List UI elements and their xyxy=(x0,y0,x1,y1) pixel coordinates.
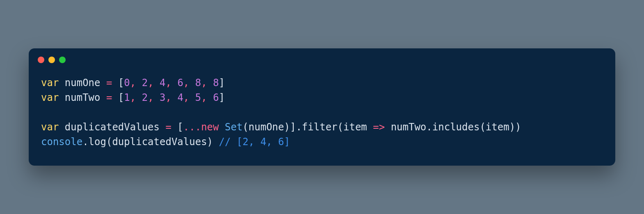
code-token xyxy=(160,121,165,133)
code-token: 8 xyxy=(213,77,219,89)
code-token: new xyxy=(201,121,219,133)
code-token: 4 xyxy=(160,77,165,89)
code-token: 6 xyxy=(177,77,183,89)
code-token: ) xyxy=(207,136,213,148)
code-token: 8 xyxy=(195,77,201,89)
code-token: , xyxy=(183,92,189,103)
code-block: var numOne = [0, 2, 4, 6, 8, 8]var numTw… xyxy=(29,67,615,166)
code-token: , xyxy=(148,77,153,89)
code-line: var duplicatedValues = [...new Set(numOn… xyxy=(41,120,603,134)
code-token: log xyxy=(89,136,106,148)
code-window: var numOne = [0, 2, 4, 6, 8, 8]var numTw… xyxy=(29,48,615,166)
code-token: ... xyxy=(183,121,201,133)
minimize-icon[interactable] xyxy=(48,57,55,63)
code-token xyxy=(100,92,106,103)
code-token: 1 xyxy=(124,92,130,103)
code-token xyxy=(136,92,142,103)
code-token: var xyxy=(41,77,59,89)
code-line: var numOne = [0, 2, 4, 6, 8, 8] xyxy=(41,75,603,90)
code-token: ) xyxy=(284,121,290,133)
code-token: , xyxy=(130,92,136,103)
code-token: = xyxy=(106,92,112,103)
code-line: var numTwo = [1, 2, 3, 4, 5, 6] xyxy=(41,90,603,105)
code-token: item xyxy=(486,121,509,133)
code-token: numTwo xyxy=(391,121,427,133)
code-token: , xyxy=(166,77,171,89)
code-token: , xyxy=(130,77,136,89)
code-token xyxy=(171,121,177,133)
window-titlebar xyxy=(29,48,615,67)
code-token: 6 xyxy=(213,92,219,103)
code-token: . xyxy=(296,121,301,133)
code-token: 5 xyxy=(195,92,201,103)
code-token xyxy=(385,121,391,133)
code-token: . xyxy=(426,121,432,133)
code-token xyxy=(59,121,64,133)
code-token xyxy=(367,121,373,133)
code-token: ) xyxy=(509,121,515,133)
code-token: , xyxy=(201,77,207,89)
maximize-icon[interactable] xyxy=(59,57,66,63)
code-token: Set xyxy=(225,121,242,133)
code-token xyxy=(207,77,213,89)
code-token xyxy=(171,92,177,103)
code-token: , xyxy=(201,92,207,103)
code-token: ] xyxy=(290,121,296,133)
code-token xyxy=(207,92,213,103)
code-token: 4 xyxy=(177,92,183,103)
code-token: ( xyxy=(242,121,248,133)
code-token: 3 xyxy=(160,92,165,103)
code-token: 0 xyxy=(124,77,130,89)
code-token xyxy=(213,136,219,148)
code-token: console xyxy=(41,136,82,148)
code-token: = xyxy=(165,121,171,133)
code-line: console.log(duplicatedValues) // [2, 4, … xyxy=(41,134,603,149)
code-token: includes xyxy=(432,121,480,133)
code-token: , xyxy=(183,77,189,89)
code-token: ( xyxy=(338,121,343,133)
code-token xyxy=(59,92,64,103)
close-icon[interactable] xyxy=(38,57,44,63)
code-token xyxy=(189,77,195,89)
code-token xyxy=(112,92,118,103)
code-token xyxy=(112,77,118,89)
code-token: filter xyxy=(302,121,338,133)
code-token: [ xyxy=(177,121,183,133)
code-token xyxy=(219,121,225,133)
code-token: numOne xyxy=(249,121,284,133)
code-token: 2 xyxy=(142,92,148,103)
code-token xyxy=(154,92,160,103)
code-token: ] xyxy=(219,92,225,103)
code-token xyxy=(154,77,160,89)
code-token: var xyxy=(41,92,59,103)
code-token xyxy=(171,77,177,89)
code-token: var xyxy=(41,121,59,133)
code-token: , xyxy=(166,92,171,103)
code-token: ] xyxy=(219,77,225,89)
code-token: [ xyxy=(118,92,124,103)
code-token: , xyxy=(148,92,153,103)
code-token: ) xyxy=(515,121,521,133)
code-token xyxy=(136,77,142,89)
code-line xyxy=(41,105,603,120)
code-token: // [2, 4, 6] xyxy=(219,136,290,148)
code-token: numTwo xyxy=(65,92,100,103)
code-token: . xyxy=(82,136,88,148)
code-token: => xyxy=(373,121,385,133)
code-token: [ xyxy=(118,77,124,89)
code-token: duplicatedValues xyxy=(65,121,160,133)
code-token: = xyxy=(106,77,112,89)
code-token: item xyxy=(343,121,367,133)
code-token xyxy=(189,92,195,103)
code-token: duplicatedValues xyxy=(112,136,207,148)
code-token xyxy=(59,77,64,89)
code-token: numOne xyxy=(65,77,100,89)
code-token: 2 xyxy=(142,77,148,89)
code-token: ( xyxy=(106,136,112,148)
code-token xyxy=(100,77,106,89)
code-token: ( xyxy=(480,121,485,133)
